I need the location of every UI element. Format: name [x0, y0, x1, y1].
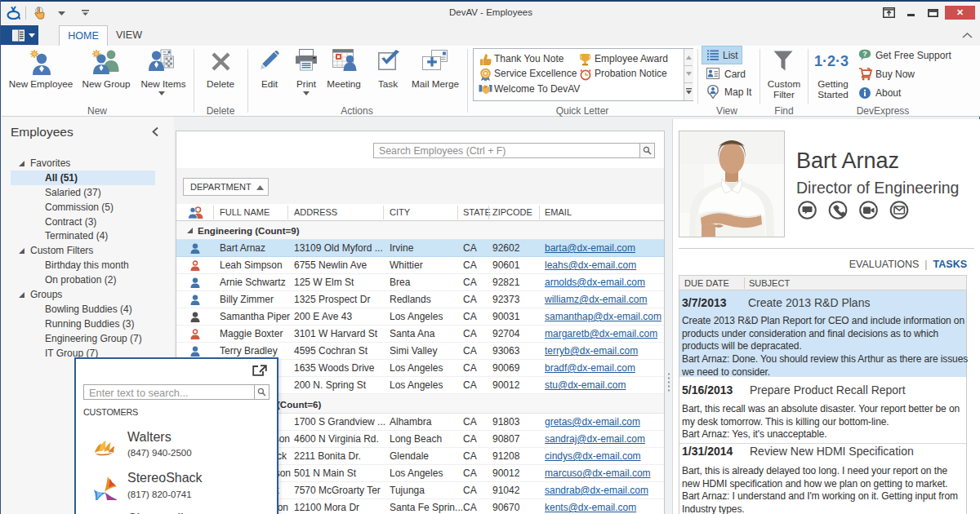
svg-text:?: ? [862, 50, 867, 58]
